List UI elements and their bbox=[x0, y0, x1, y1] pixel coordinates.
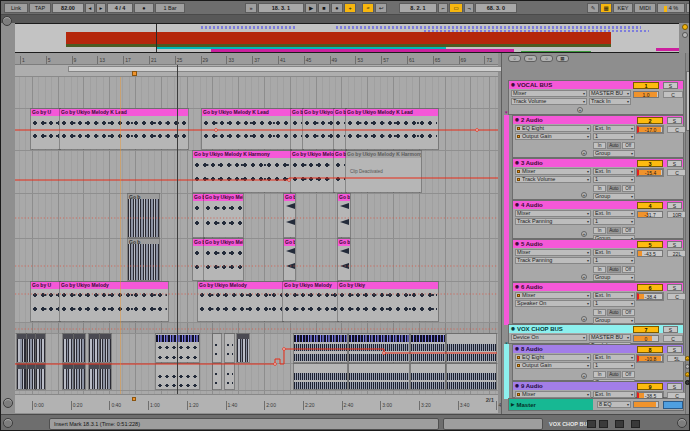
solo-button[interactable]: S bbox=[667, 241, 682, 248]
crossfade-off-button[interactable] bbox=[685, 364, 690, 369]
arrangement-overview[interactable] bbox=[15, 23, 679, 53]
track-activator[interactable]: 4 bbox=[637, 202, 663, 209]
device-chooser[interactable]: Track Panning▾ bbox=[515, 218, 591, 225]
audio-clip[interactable] bbox=[74, 334, 85, 362]
play-button[interactable]: ▶ bbox=[305, 3, 317, 13]
audio-clip[interactable]: Go by Ukiyo Melody K HarmonyClip Deactiv… bbox=[346, 151, 421, 192]
pan-field[interactable]: 5L bbox=[667, 355, 687, 362]
monitor-in-button[interactable]: In bbox=[593, 371, 606, 378]
routing-chooser[interactable]: 1▾ bbox=[593, 218, 635, 225]
time-ruler[interactable]: 2/1 0:000:200:401:001:201:402:002:202:40… bbox=[15, 394, 498, 413]
monitor-off-button[interactable]: Off bbox=[622, 142, 635, 149]
reenable-automation-button[interactable]: ↩ bbox=[375, 3, 387, 13]
track-lane-lead[interactable]: Go by UGo by Ukiyo Melody K LeadGo by Uk… bbox=[15, 109, 498, 151]
audio-clip[interactable] bbox=[447, 334, 496, 362]
mixer-toggle-3[interactable]: ○ bbox=[540, 55, 553, 62]
device-chooser[interactable]: Speaker On▾ bbox=[515, 300, 591, 307]
monitor-switch[interactable]: InAutoOff bbox=[593, 142, 635, 149]
audio-clip[interactable]: Go by Ukiyo Melody bbox=[60, 282, 168, 321]
audio-clip[interactable] bbox=[225, 364, 234, 389]
audio-clip[interactable]: Go by U bbox=[31, 109, 60, 149]
zoom-back-icon[interactable] bbox=[3, 398, 13, 408]
mixer-track-9-audio[interactable]: ◉9 AudioMixer▾Ext. In▾9S-38.5C bbox=[512, 381, 684, 398]
midi-map-button[interactable]: MIDI bbox=[634, 3, 656, 13]
tap-tempo-button[interactable]: TAP bbox=[29, 3, 51, 13]
mixer-toggle-4[interactable]: ▦ bbox=[556, 55, 569, 62]
monitor-auto-button[interactable]: Auto bbox=[607, 227, 620, 234]
routing-chooser[interactable]: Ext. In▾ bbox=[593, 354, 635, 361]
loop-start-field[interactable]: 8. 2. 1 bbox=[399, 3, 437, 13]
monitor-switch[interactable]: InAutoOff bbox=[593, 227, 635, 234]
audio-clip[interactable] bbox=[237, 334, 249, 362]
punch-in-button[interactable]: ⌐ bbox=[438, 3, 448, 13]
routing-chooser[interactable]: Ext. In▾ bbox=[593, 210, 635, 217]
track-lane-chop-1[interactable] bbox=[15, 334, 498, 364]
track-lane-vocal-bus[interactable] bbox=[15, 77, 498, 109]
key-map-button[interactable]: KEY bbox=[613, 3, 633, 13]
track-activator[interactable]: 7 bbox=[633, 326, 659, 333]
mixer-toggle-1[interactable]: ○ bbox=[508, 55, 521, 62]
monitor-switch[interactable]: InAutoOff bbox=[593, 371, 635, 378]
audio-clip[interactable]: Go b bbox=[193, 194, 204, 237]
solo-button[interactable]: S bbox=[667, 117, 682, 124]
mixer-track-4-audio[interactable]: ◉4 AudioMixer▾Track Panning▾Ext. In▾1▾In… bbox=[512, 200, 684, 239]
device-chooser[interactable]: Mixer▾ bbox=[515, 292, 591, 299]
volume-field[interactable]: 0 bbox=[633, 335, 659, 342]
routing-chooser[interactable]: Group▾ bbox=[593, 150, 635, 157]
mixer-track-2-audio[interactable]: ◉2 AudioEQ Eight▾Output Gain▾Ext. In▾1▾I… bbox=[512, 115, 684, 158]
track-activator[interactable]: 6 bbox=[637, 284, 663, 291]
track-activator[interactable]: 2 bbox=[637, 117, 663, 124]
audio-clip[interactable]: Go b bbox=[334, 109, 346, 149]
audio-clip[interactable] bbox=[100, 334, 111, 362]
volume-field[interactable]: -15.4 bbox=[637, 169, 663, 176]
add-automation-lane-button[interactable]: + bbox=[581, 373, 587, 379]
monitor-off-button[interactable]: Off bbox=[622, 371, 635, 378]
routing-chooser[interactable]: 1▾ bbox=[593, 176, 635, 183]
monitor-auto-button[interactable]: Auto bbox=[607, 309, 620, 316]
track-header[interactable]: ▶Master bbox=[509, 399, 593, 410]
audio-clip[interactable] bbox=[349, 364, 409, 389]
pan-field[interactable]: 22L bbox=[667, 250, 687, 257]
cue-volume-field[interactable] bbox=[663, 401, 683, 409]
track-lane-vox-chop-bus[interactable] bbox=[15, 323, 498, 334]
routing-chooser[interactable]: 1▾ bbox=[593, 300, 635, 307]
mixer-track-6-audio[interactable]: ◉6 AudioMixer▾Speaker On▾Ext. In▾1▾InAut… bbox=[512, 282, 684, 324]
routing-chooser[interactable]: MASTER BU▾ bbox=[589, 334, 631, 341]
automation-arm-button[interactable]: ≈ bbox=[362, 3, 374, 13]
track-activator[interactable]: 8 bbox=[637, 346, 663, 353]
overview-zoom-out-button[interactable] bbox=[682, 32, 688, 38]
pan-field[interactable]: C bbox=[667, 293, 687, 300]
solo-cue-button[interactable] bbox=[685, 380, 690, 385]
audio-clip[interactable]: Go b bbox=[284, 194, 295, 237]
stop-button[interactable]: ■ bbox=[318, 3, 330, 13]
audio-clip[interactable] bbox=[294, 364, 347, 389]
audio-clip[interactable]: Go b bbox=[291, 109, 303, 149]
audio-clip[interactable] bbox=[27, 364, 35, 389]
track-activator[interactable]: 9 bbox=[637, 383, 663, 390]
follow-button[interactable]: » bbox=[245, 3, 257, 13]
audio-clip[interactable] bbox=[294, 334, 347, 362]
routing-chooser[interactable]: 1▾ bbox=[593, 257, 635, 264]
overview-zoom-in-button[interactable] bbox=[682, 24, 688, 30]
routing-chooser[interactable]: Ext. In▾ bbox=[593, 168, 635, 175]
monitor-auto-button[interactable]: Auto bbox=[607, 142, 620, 149]
add-automation-lane-button[interactable]: + bbox=[577, 107, 583, 113]
routing-chooser[interactable]: Ext. In▾ bbox=[593, 391, 635, 398]
monitor-in-button[interactable]: In bbox=[593, 142, 606, 149]
monitor-in-button[interactable]: In bbox=[593, 309, 606, 316]
mixer-toggle-2[interactable]: ▭ bbox=[524, 55, 537, 62]
punch-out-button[interactable]: ¬ bbox=[464, 3, 474, 13]
monitor-off-button[interactable]: Off bbox=[622, 266, 635, 273]
device-chooser[interactable]: Output Gain▾ bbox=[515, 133, 591, 140]
audio-clip[interactable]: Go by Ukiyo Melody K Lead bbox=[202, 109, 291, 149]
pan-field[interactable]: 10R bbox=[667, 211, 687, 218]
audio-clip[interactable]: Go b bbox=[338, 194, 350, 237]
audio-clip[interactable] bbox=[63, 364, 73, 389]
audio-clip[interactable]: Go by Ukiyo Melo bbox=[204, 239, 243, 280]
mixer-track-master[interactable]: ▶Master8 EQ▾ bbox=[508, 398, 684, 411]
info-view-icon[interactable] bbox=[3, 418, 13, 428]
audio-clip[interactable]: Go by Ukiyo Melo bbox=[204, 194, 243, 237]
audio-clip[interactable]: Go b bbox=[284, 239, 295, 280]
audio-clip[interactable]: Go by Ukiyo Me bbox=[303, 109, 334, 149]
audio-clip[interactable] bbox=[63, 334, 73, 362]
